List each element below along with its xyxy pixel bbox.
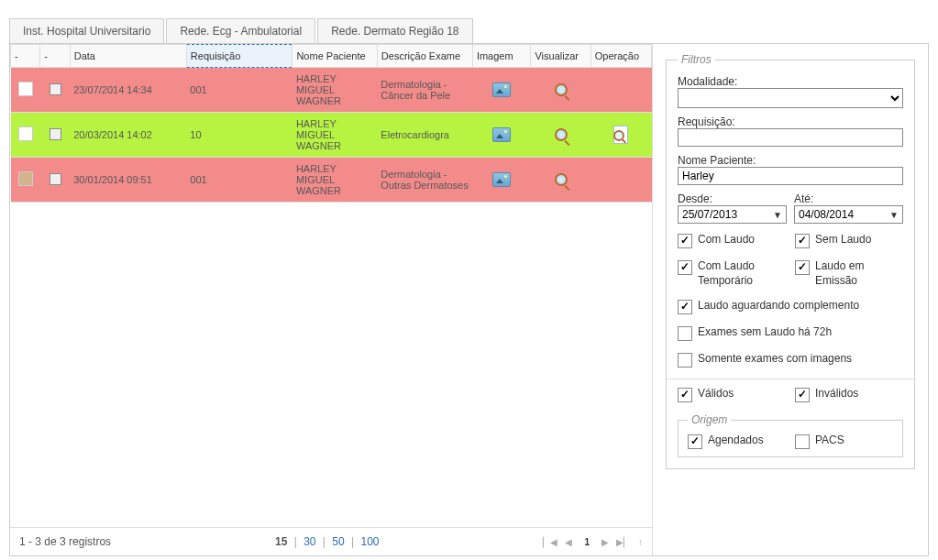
check-invalidos[interactable]: [795, 388, 810, 402]
filters-legend: Filtros: [678, 53, 715, 66]
cell-data: 20/03/2014 14:02: [70, 113, 186, 158]
cell-descricao: Dermatologia - Outras Dermatoses: [377, 158, 472, 203]
tab-rede-dermato[interactable]: Rede. Dermato Região 18: [317, 18, 472, 43]
magnifier-icon[interactable]: [555, 83, 568, 96]
magnifier-icon[interactable]: [555, 128, 568, 141]
pager-size-100[interactable]: 100: [360, 535, 379, 548]
image-icon[interactable]: [492, 172, 511, 187]
pager-prev-icon[interactable]: ◀: [565, 537, 572, 547]
row-checkbox[interactable]: [50, 83, 61, 95]
modalidade-select[interactable]: [678, 88, 903, 108]
pager-size-options: 15 | 30 | 50 | 100: [275, 535, 380, 548]
pager-status: 1 - 3 de 3 registros: [19, 535, 111, 548]
requisicao-input[interactable]: [678, 128, 903, 147]
cell-data: 30/01/2014 09:51: [70, 158, 186, 203]
cell-nome: HARLEY MIGUEL WAGNER: [292, 113, 377, 158]
tabs: Inst. Hospital Universitario Rede. Ecg -…: [9, 18, 929, 43]
check-com-laudo-temp-label: Com Laudo Temporário: [698, 259, 786, 288]
pager-first-icon[interactable]: ▏◀: [543, 537, 557, 547]
origem-legend: Origem: [688, 413, 731, 426]
cell-descricao: Dermatologia - Câncer da Pele: [377, 68, 472, 113]
cell-data: 23/07/2014 14:34: [70, 68, 186, 113]
desde-caret-icon[interactable]: ▼: [769, 210, 786, 220]
table-row[interactable]: 20/03/2014 14:0210HARLEY MIGUEL WAGNEREl…: [11, 113, 652, 158]
row-color-swatch: [18, 126, 33, 141]
check-pacs-label: PACS: [815, 434, 844, 448]
check-validos-label: Válidos: [698, 387, 734, 401]
cell-requisicao: 001: [186, 158, 292, 203]
check-validos[interactable]: [678, 388, 692, 402]
check-exames-72h-label: Exames sem Laudo há 72h: [698, 325, 832, 340]
tab-inst-hospital[interactable]: Inst. Hospital Universitario: [9, 18, 164, 43]
nome-label: Nome Paciente:: [678, 154, 903, 167]
col-header-data[interactable]: Data: [70, 45, 186, 68]
check-com-laudo-temp[interactable]: [678, 260, 692, 275]
cell-descricao: Eletrocardiogra: [377, 113, 472, 158]
check-laudo-emissao[interactable]: [795, 260, 810, 275]
pager-size-50[interactable]: 50: [332, 535, 344, 548]
results-table: - - Data Requisição Nome Paciente Descri…: [10, 44, 652, 203]
check-laudo-aguardando[interactable]: [678, 300, 692, 314]
col-header-nome[interactable]: Nome Paciente: [292, 45, 377, 68]
row-checkbox[interactable]: [50, 128, 61, 140]
ate-caret-icon[interactable]: ▼: [886, 210, 902, 220]
col-header-requisicao[interactable]: Requisição: [186, 45, 292, 68]
requisicao-label: Requisição:: [678, 115, 903, 128]
check-laudo-aguardando-label: Laudo aguardando complemento: [698, 299, 859, 313]
pager-nav: ▏◀ ◀ 1 ▶ ▶▏ ↑: [543, 536, 643, 548]
check-pacs[interactable]: [795, 434, 810, 449]
col-header-check[interactable]: -: [40, 45, 70, 68]
check-laudo-emissao-label: Laudo em Emissão: [815, 259, 903, 288]
check-com-laudo-label: Com Laudo: [698, 233, 755, 247]
pager-last-icon[interactable]: ▶▏: [616, 537, 631, 547]
table-row[interactable]: 23/07/2014 14:34001HARLEY MIGUEL WAGNERD…: [11, 68, 652, 113]
pager-refresh-icon[interactable]: ↑: [638, 537, 643, 547]
col-header-operacao[interactable]: Operação: [590, 45, 651, 68]
check-agendados[interactable]: [688, 434, 702, 449]
desde-label: Desde:: [678, 192, 787, 205]
cell-nome: HARLEY MIGUEL WAGNER: [292, 68, 377, 113]
pager-page-number: 1: [579, 536, 594, 548]
pager-next-icon[interactable]: ▶: [601, 537, 609, 547]
ate-label: Até:: [794, 192, 903, 205]
check-agendados-label: Agendados: [708, 434, 764, 448]
table-row[interactable]: 30/01/2014 09:51001HARLEY MIGUEL WAGNERD…: [11, 158, 652, 203]
document-search-icon[interactable]: [613, 126, 628, 144]
check-com-laudo[interactable]: [678, 234, 692, 248]
table-header-row: - - Data Requisição Nome Paciente Descri…: [11, 45, 652, 68]
magnifier-icon[interactable]: [555, 173, 568, 186]
check-somente-imagens-label: Somente exames com imagens: [698, 352, 852, 367]
pager-size-30[interactable]: 30: [303, 535, 315, 548]
pager: 1 - 3 de 3 registros 15 | 30 | 50 | 100 …: [10, 527, 652, 555]
check-exames-72h[interactable]: [678, 326, 692, 341]
results-panel: - - Data Requisição Nome Paciente Descri…: [10, 44, 653, 555]
modalidade-label: Modalidade:: [678, 75, 903, 88]
filters-panel: Filtros Modalidade: Requisição: Nome Pac…: [653, 44, 928, 555]
cell-requisicao: 10: [186, 113, 292, 158]
cell-nome: HARLEY MIGUEL WAGNER: [292, 158, 377, 203]
col-header-mark[interactable]: -: [11, 45, 40, 68]
desde-input[interactable]: [679, 206, 769, 223]
row-color-swatch: [18, 82, 33, 96]
check-invalidos-label: Inválidos: [815, 387, 858, 401]
nome-paciente-input[interactable]: [678, 167, 903, 185]
check-somente-imagens[interactable]: [678, 353, 692, 368]
row-color-swatch: [18, 171, 33, 186]
row-checkbox[interactable]: [50, 173, 61, 185]
col-header-descricao[interactable]: Descrição Exame: [377, 45, 472, 68]
check-sem-laudo-label: Sem Laudo: [815, 233, 871, 247]
check-sem-laudo[interactable]: [795, 234, 810, 248]
cell-requisicao: 001: [186, 68, 292, 113]
tab-rede-ecg[interactable]: Rede. Ecg - Ambulatorial: [166, 18, 315, 43]
image-icon[interactable]: [492, 127, 511, 142]
col-header-visualizar[interactable]: Visualizar: [531, 45, 590, 68]
ate-input[interactable]: [795, 206, 886, 223]
image-icon[interactable]: [492, 82, 511, 97]
col-header-imagem[interactable]: Imagem: [472, 45, 531, 68]
pager-size-15[interactable]: 15: [275, 535, 287, 548]
